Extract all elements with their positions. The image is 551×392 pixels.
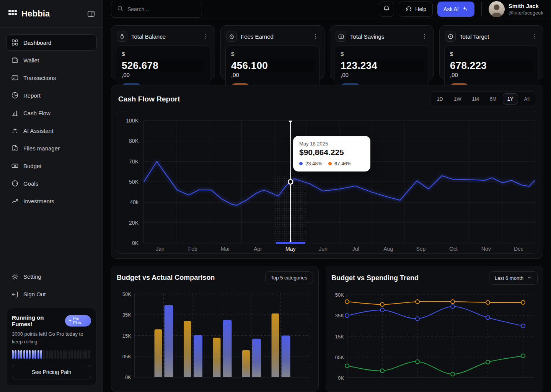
sidebar-item-setting[interactable]: Setting xyxy=(6,269,97,285)
month-label-oct: Oct xyxy=(449,246,458,252)
sidebar-collapse-icon[interactable] xyxy=(87,10,95,18)
trend-data-point xyxy=(486,360,490,364)
budget-bar xyxy=(184,321,191,377)
spending-trend-svg: 50K35K15K05K0K xyxy=(331,288,538,384)
budget-bar xyxy=(155,329,162,377)
chevron-down-icon xyxy=(527,275,532,281)
sidebar-item-label: Report xyxy=(23,92,41,99)
range-option-1m[interactable]: 1M xyxy=(468,93,484,105)
sidebar-item-label: AI Assistant xyxy=(23,127,53,134)
sidebar-item-files-manager[interactable]: Files manager xyxy=(6,140,97,156)
tooltip-value: $90,864.225 xyxy=(299,148,364,157)
user-menu[interactable]: Smith Jack @interfacegeek xyxy=(489,1,543,17)
range-option-1w[interactable]: 1W xyxy=(449,93,466,105)
sidebar-item-budget[interactable]: Budget xyxy=(6,158,97,174)
ask-ai-button[interactable]: Ask AI xyxy=(437,2,474,17)
stat-title: Fees Earned xyxy=(241,33,308,40)
progress-segment xyxy=(15,350,16,359)
banknote-icon xyxy=(11,162,19,170)
progress-segment xyxy=(51,350,53,359)
range-option-6m[interactable]: 6M xyxy=(485,93,501,105)
notifications-button[interactable] xyxy=(379,2,394,17)
cashflow-chart[interactable]: 100K80K70K50K40k20K0KJanFebMarAprMayJunJ… xyxy=(116,111,538,254)
see-pricing-button[interactable]: See Pricing Paln xyxy=(12,365,91,379)
progress-segment xyxy=(43,350,45,359)
range-option-all[interactable]: All xyxy=(520,93,534,105)
y-axis-label: 0K xyxy=(338,375,344,381)
actual-bar xyxy=(165,305,173,377)
sidebar-item-label: Budget xyxy=(23,163,42,169)
tooltip-legend: 23.48%67.46% xyxy=(299,161,364,167)
range-option-1y[interactable]: 1Y xyxy=(503,93,518,105)
actual-bar xyxy=(194,335,202,377)
sidebar-item-investments[interactable]: Investments xyxy=(6,193,97,209)
y-axis-label: 05K xyxy=(122,354,131,359)
budget-comparison-chart: 50K35K15K05K0K xyxy=(117,287,313,385)
progress-segment xyxy=(12,350,14,359)
range-option-1d[interactable]: 1D xyxy=(432,93,448,105)
month-label-jun: Jun xyxy=(319,246,328,252)
spending-trend-title: Budget vs Spending Trend xyxy=(331,274,419,282)
trend-data-point xyxy=(486,316,490,320)
sidebar-item-label: Investments xyxy=(23,198,54,204)
sidebar-item-ai-assistant[interactable]: AI Assistant xyxy=(6,122,97,139)
trend-data-point xyxy=(345,314,349,317)
sidebar-item-goals[interactable]: Goals xyxy=(6,175,97,191)
trend-data-point xyxy=(380,308,384,312)
promo-card: Running on Fumes! Pro Plan 3000 points l… xyxy=(6,308,97,386)
tooltip-legend-item: 23.48% xyxy=(299,161,322,167)
headset-icon xyxy=(405,5,412,13)
main-area: Help Ask AI Smith Jack @interfacegeek xyxy=(103,0,551,392)
actual-bar xyxy=(223,320,232,377)
stat-value: $456.100,00 xyxy=(231,51,314,78)
cashflow-card: Cash Flow Report 1D1W1M6M1YAll 100K80K70… xyxy=(111,85,543,259)
sidebar-item-label: Wallet xyxy=(23,57,39,64)
user-name: Smith Jack xyxy=(509,3,543,9)
stat-title: Total Balance xyxy=(131,33,199,40)
sparkles-icon xyxy=(11,127,19,134)
sidebar-item-sign-out[interactable]: Sign Out xyxy=(6,286,97,302)
y-axis-label: 50K xyxy=(335,292,344,298)
stat-value: $526.678,00 xyxy=(122,51,204,78)
kebab-menu-icon[interactable] xyxy=(312,33,319,40)
progress-segment xyxy=(80,350,82,359)
cashflow-chart-svg: 100K80K70K50K40k20K0KJanFebMarAprMayJunJ… xyxy=(116,111,538,254)
kebab-menu-icon[interactable] xyxy=(202,33,209,40)
sidebar-item-report[interactable]: Report xyxy=(6,87,97,103)
grid-icon xyxy=(11,39,19,46)
kebab-menu-icon[interactable] xyxy=(421,33,428,40)
help-button[interactable]: Help xyxy=(399,2,433,17)
month-label-sep: Sep xyxy=(416,246,425,252)
sidebar-item-cash-flow[interactable]: Cash Flow xyxy=(6,105,97,121)
cursor-data-point xyxy=(288,180,293,184)
sidebar-footer-nav: SettingSign Out xyxy=(6,269,97,302)
stats-row: Total Balance$526.678,00+28%vs last mont… xyxy=(111,25,543,80)
kebab-menu-icon[interactable] xyxy=(531,33,538,40)
period-dropdown[interactable]: Last 6 month xyxy=(489,271,538,285)
sidebar-item-transactions[interactable]: Transactions xyxy=(6,70,97,86)
stat-card-total-savings: $Total Savings$123.234,00+28%vs last mon… xyxy=(330,25,434,80)
sidebar-item-label: Sign Out xyxy=(23,291,46,297)
sidebar-item-dashboard[interactable]: Dashboard xyxy=(6,34,97,51)
top-categories-button[interactable]: Top 5 categories xyxy=(265,271,313,284)
budget-comparison-title: Budget vs Actual Comparison xyxy=(117,274,215,282)
trend-data-point xyxy=(380,302,384,306)
promo-title: Running on Fumes! xyxy=(12,314,65,327)
points-progress-bar xyxy=(12,350,91,359)
progress-segment xyxy=(20,350,22,359)
bottom-charts-row: Budget vs Actual Comparison Top 5 catego… xyxy=(111,266,543,392)
month-label-mar: Mar xyxy=(221,246,230,252)
bell-icon xyxy=(383,5,390,13)
progress-segment xyxy=(83,350,85,359)
sidebar-item-label: Goals xyxy=(23,180,38,187)
search-icon xyxy=(117,5,124,13)
sidebar-item-wallet[interactable]: Wallet xyxy=(6,52,97,68)
progress-segment xyxy=(60,350,62,359)
stat-card-total-balance: Total Balance$526.678,00+28%vs last mont… xyxy=(111,25,215,80)
trend-data-point xyxy=(416,300,419,304)
sidebar: Hebbia DashboardWalletTransactionsReport… xyxy=(0,0,103,392)
y-axis-label: 15K xyxy=(122,333,131,339)
search-box[interactable] xyxy=(111,1,202,18)
y-axis-label: 05K xyxy=(335,354,344,360)
search-input[interactable] xyxy=(127,6,196,12)
